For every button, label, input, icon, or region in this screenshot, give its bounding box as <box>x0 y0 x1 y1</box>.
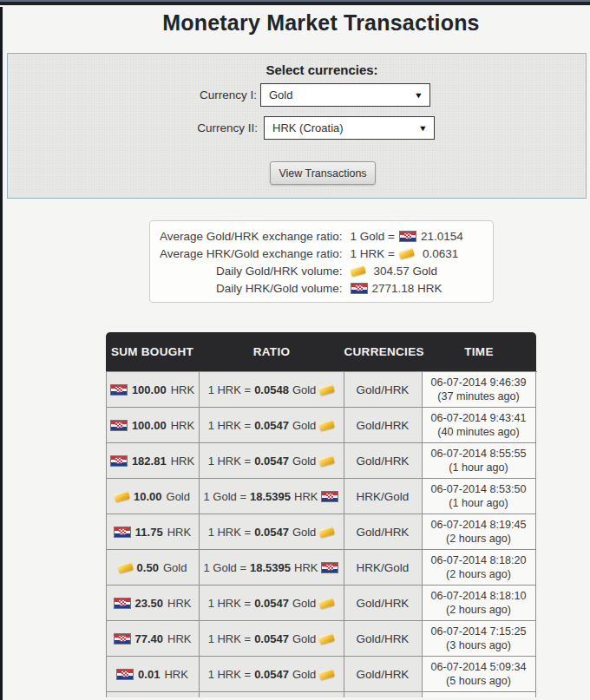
croatia-flag-icon <box>110 420 128 431</box>
time-cell: 06-07-2014 8:18:20 (2 hours ago) <box>423 550 536 586</box>
ratio-prefix: 1 HRK = <box>208 597 252 610</box>
gold-bar-icon <box>318 419 335 430</box>
ratio-value: 18.5395 <box>250 561 291 574</box>
header-sum-bought: SUM BOUGHT <box>106 345 200 358</box>
gold-bar-icon <box>318 455 335 466</box>
sum-unit: HRK <box>167 597 191 610</box>
sum-amount: 0.01 <box>138 668 160 681</box>
stat-number: 2771.18 HRK <box>372 282 442 295</box>
ratio-cell: 1 HRK = 0.0547 Gold <box>200 443 344 479</box>
croatia-flag-icon <box>321 491 338 502</box>
sum-unit: Gold <box>163 561 187 574</box>
sum-amount: 77.40 <box>135 632 164 645</box>
stat-value: 1 Gold = 21.0154 <box>351 230 468 243</box>
sum-unit: HRK <box>171 419 194 432</box>
currencies-cell: Gold/HRK <box>344 408 423 443</box>
time-date: 06-07-2014 8:53:50 <box>431 482 527 496</box>
header-currencies: CURRENCIES <box>344 345 423 358</box>
currency-1-label: Currency I: <box>127 83 257 107</box>
panel-heading: Select currencies: <box>266 62 377 77</box>
main-content: Average Gold/HRK exchange ratio: 1 Gold … <box>0 220 590 697</box>
currencies-cell: Gold/HRK <box>344 514 423 550</box>
ratio-prefix: 1 HRK = <box>208 632 252 645</box>
ratio-cell: 1 HRK = 0.0547 Gold <box>200 514 344 550</box>
time-ago: (3 hours ago) <box>446 638 511 652</box>
time-cell: 06-07-2014 9:46:39 (37 minutes ago) <box>423 372 536 408</box>
croatia-flag-icon <box>321 562 338 573</box>
stat-label: Daily HRK/Gold volume: <box>150 282 343 295</box>
stat-row: Average Gold/HRK exchange ratio: 1 Gold … <box>150 227 493 245</box>
sum-amount: 23.50 <box>135 597 164 610</box>
gold-bar-icon <box>350 265 366 276</box>
stat-number: 304.57 Gold <box>374 265 438 278</box>
stat-row: Daily Gold/HRK volume: 304.57 Gold <box>150 262 493 279</box>
ratio-value: 0.0547 <box>254 455 289 468</box>
sum-amount: 100.00 <box>132 419 167 432</box>
ratio-cell: 1 HRK = 0.0548 Gold <box>200 372 344 408</box>
sum-bought-cell: 0.50 Gold <box>107 550 200 586</box>
currencies-cell: Gold/HRK <box>344 586 423 621</box>
currencies-cell: Gold/HRK <box>344 657 423 692</box>
time-cell: 06-07-2014 8:53:50 (1 hour ago) <box>423 479 536 514</box>
ratio-prefix: 1 HRK = <box>208 419 252 432</box>
time-ago: (2 hours ago) <box>446 532 511 546</box>
ratio-cell: 1 HRK = 0.0547 Gold <box>200 621 344 657</box>
stat-row: Daily HRK/Gold volume: 2771.18 HRK <box>150 279 493 297</box>
currencies-cell: Gold/HRK <box>344 621 423 657</box>
gold-bar-icon <box>318 526 335 537</box>
time-date: 06-07-2014 8:19:45 <box>431 518 527 532</box>
time-cell: 06-07-2014 9:43:41 (40 minutes ago) <box>423 408 536 443</box>
time-ago: (40 minutes ago) <box>437 425 520 439</box>
croatia-flag-icon <box>114 527 131 538</box>
ratio-unit: Gold <box>292 383 316 396</box>
ratio-unit: Gold <box>292 455 316 468</box>
time-date: 06-07-2014 8:18:10 <box>431 589 527 603</box>
table-row: 0.50 Gold 1 Gold = 18.5395 HRK HRK/Gold … <box>106 550 536 586</box>
table-row: 0.01 HRK 1 HRK = 0.0547 Gold Gold/HRK 06… <box>106 657 536 692</box>
time-ago: (2 hours ago) <box>446 603 511 617</box>
ratio-cell: 1 HRK = 0.0547 Gold <box>200 657 344 692</box>
sum-amount: 10.00 <box>134 490 162 503</box>
sum-unit: HRK <box>167 632 191 645</box>
time-date: 06-07-2014 5:09:34 <box>431 660 527 674</box>
time-ago: (1 hour ago) <box>449 461 508 474</box>
sum-bought-cell: 10.00 Gold <box>107 479 200 514</box>
stat-value: 304.57 Gold <box>351 265 442 278</box>
page-title: Monetary Market Transactions <box>162 10 479 35</box>
ratio-value: 0.0547 <box>254 668 289 681</box>
time-ago: (5 hours ago) <box>446 674 511 688</box>
sum-unit: HRK <box>167 526 191 539</box>
table-row: 100.00 HRK 1 HRK = 0.0547 Gold Gold/HRK … <box>106 408 536 443</box>
gold-bar-icon <box>114 490 130 501</box>
dropdown-arrow-icon: ▼ <box>418 124 428 132</box>
stat-prefix: 1 Gold = <box>351 230 395 243</box>
ratio-unit: Gold <box>292 526 316 539</box>
ratio-prefix: 1 HRK = <box>208 383 252 396</box>
stat-label: Average HRK/Gold exchange ratio: <box>150 247 343 260</box>
table-row: 11.75 HRK 1 HRK = 0.0547 Gold Gold/HRK 0… <box>106 514 536 550</box>
sum-unit: HRK <box>164 668 187 681</box>
currencies-cell: Gold/HRK <box>344 372 423 408</box>
ratio-value: 0.0547 <box>254 419 289 432</box>
window-left-edge <box>0 7 3 700</box>
currency-1-select[interactable]: Gold ▼ <box>260 83 430 107</box>
stat-value: 1 HRK = 0.0631 <box>351 247 463 260</box>
ratio-unit: Gold <box>292 668 316 681</box>
view-transactions-button[interactable]: View Transactions <box>270 161 376 185</box>
croatia-flag-icon <box>110 384 128 396</box>
sum-bought-cell: 0.01 HRK <box>107 657 200 692</box>
sum-bought-cell: 182.81 HRK <box>107 443 200 479</box>
stat-number: 21.0154 <box>421 230 463 243</box>
stat-number: 0.0631 <box>423 247 458 260</box>
ratio-value: 0.0548 <box>254 383 289 396</box>
ratio-prefix: 1 Gold = <box>204 561 247 574</box>
croatia-flag-icon <box>114 598 131 609</box>
time-cell: 06-07-2014 5:09:34 (5 hours ago) <box>423 657 536 692</box>
croatia-flag-icon <box>351 283 368 294</box>
time-date: 06-07-2014 9:43:41 <box>431 411 527 425</box>
sum-unit: HRK <box>171 383 194 396</box>
sum-bought-cell: 23.50 HRK <box>107 586 200 621</box>
currency-select-panel: Select currencies: Currency I: Gold ▼ Cu… <box>7 53 587 199</box>
currency-2-select[interactable]: HRK (Croatia) ▼ <box>264 116 435 140</box>
time-cell: 06-07-2014 7:15:25 (3 hours ago) <box>423 621 536 657</box>
